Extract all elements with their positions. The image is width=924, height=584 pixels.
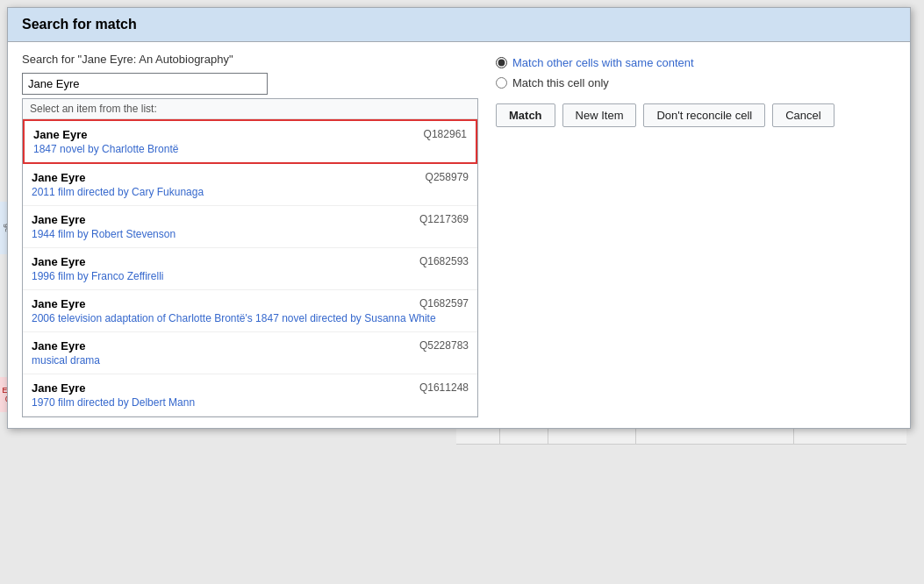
item-id: Q182961 [424,128,467,140]
dialog-body: Search for "Jane Eyre: An Autobiography"… [8,42,910,428]
item-id: Q1682593 [419,255,469,267]
radio-all-input[interactable] [496,57,507,68]
radio-all-label: Match other cells with same content [512,56,694,69]
button-row: Match New Item Don't reconcile cell Canc… [496,103,896,127]
dropdown-header: Select an item from the list: [23,99,477,119]
item-name: Jane Eyre [32,381,85,395]
radio-group: Match other cells with same content Matc… [496,56,896,89]
dialog-title: Search for match [22,17,137,32]
item-description: musical drama [32,354,469,367]
search-label-prefix: Search for [22,53,78,66]
list-item[interactable]: Jane Eyre Q5228783 musical drama [23,332,477,374]
item-description: 1944 film by Robert Stevenson [32,228,469,240]
item-id: Q5228783 [419,339,469,352]
item-description: 2011 film directed by Cary Fukunaga [32,186,469,198]
search-label-quoted: "Jane Eyre: An Autobiography" [78,53,233,66]
radio-option-one[interactable]: Match this cell only [496,76,896,89]
item-description: 1847 novel by Charlotte Brontë [33,143,467,155]
item-name: Jane Eyre [32,213,85,226]
radio-option-all[interactable]: Match other cells with same content [496,56,896,69]
list-item[interactable]: Jane Eyre Q1682597 2006 television adapt… [23,290,477,332]
search-description: Search for "Jane Eyre: An Autobiography" [22,53,478,66]
item-name: Jane Eyre [33,128,87,141]
item-description: 1996 film by Franco Zeffirelli [32,270,469,282]
options-section: Match other cells with same content Matc… [496,53,896,127]
item-id: Q1611248 [419,381,469,394]
item-description: 2006 television adaptation of Charlotte … [32,312,469,324]
list-item[interactable]: Jane Eyre Q1611248 1970 film directed by… [23,374,477,417]
new-item-button[interactable]: New Item [562,103,637,127]
item-id: Q1217369 [419,213,469,225]
item-name: Jane Eyre [32,339,85,353]
search-section: Search for "Jane Eyre: An Autobiography"… [22,53,478,417]
search-input[interactable] [22,73,268,95]
dont-reconcile-button[interactable]: Don't reconcile cell [643,103,765,127]
item-id: Q1682597 [419,297,469,310]
list-item[interactable]: Jane Eyre Q182961 1847 novel by Charlott… [23,119,477,164]
cancel-button[interactable]: Cancel [772,103,834,127]
item-id: Q258979 [426,171,469,183]
item-description: 1970 film directed by Delbert Mann [32,396,469,409]
dialog-header: Search for match [8,8,910,42]
item-name: Jane Eyre [32,255,85,268]
item-name: Jane Eyre [32,297,85,310]
list-item[interactable]: Jane Eyre Q258979 2011 film directed by … [23,164,477,206]
list-item[interactable]: Jane Eyre Q1217369 1944 film by Robert S… [23,206,477,248]
search-match-dialog: Search for match Search for "Jane Eyre: … [7,7,911,429]
radio-one-label: Match this cell only [512,76,609,89]
match-button[interactable]: Match [496,103,555,127]
item-name: Jane Eyre [32,171,85,184]
radio-one-input[interactable] [496,77,507,89]
list-item[interactable]: Jane Eyre Q1682593 1996 film by Franco Z… [23,248,477,290]
search-dropdown: Select an item from the list: Jane Eyre … [22,98,478,417]
